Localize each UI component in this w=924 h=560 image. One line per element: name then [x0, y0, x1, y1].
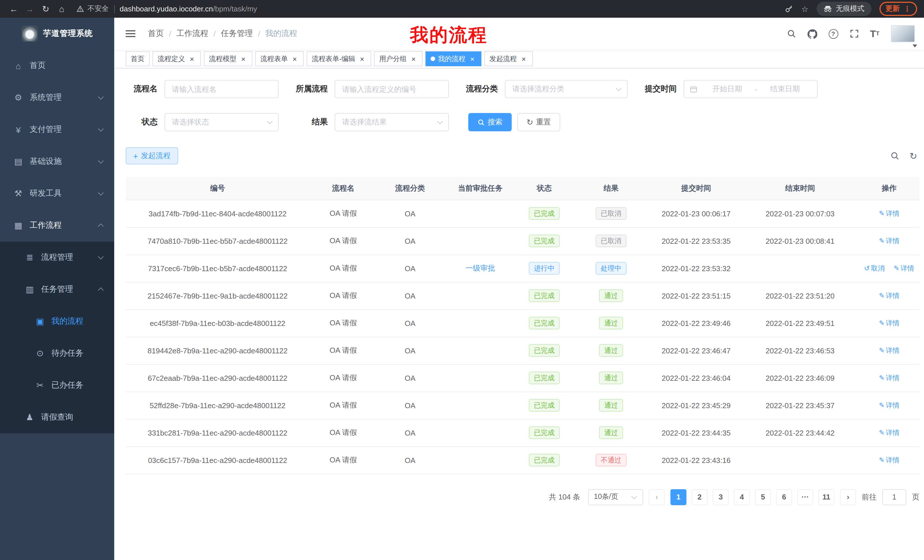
- detail-link[interactable]: ✎详情: [879, 428, 900, 436]
- prev-page-button[interactable]: ‹: [649, 489, 665, 505]
- close-icon[interactable]: ×: [239, 55, 247, 63]
- sidebar-menu-item[interactable]: ⚙ 系统管理: [0, 82, 114, 114]
- page-number-button[interactable]: 4: [734, 489, 750, 505]
- detail-link[interactable]: ✎详情: [879, 237, 900, 245]
- github-icon[interactable]: [807, 29, 817, 39]
- key-icon[interactable]: [784, 4, 793, 13]
- sidebar-menu-item[interactable]: ⊙ 待办任务: [0, 337, 114, 369]
- fullscreen-icon[interactable]: [849, 29, 859, 38]
- detail-link[interactable]: ✎详情: [894, 264, 914, 272]
- column-header[interactable]: 当前审批任务: [443, 177, 518, 200]
- page-size-select[interactable]: 10条/页: [588, 489, 643, 505]
- pagination: 共 104 条 10条/页 ‹ 1 2: [126, 489, 920, 505]
- help-icon[interactable]: ?: [828, 29, 838, 39]
- search-icon[interactable]: [787, 29, 796, 38]
- column-header[interactable]: 流程分类: [377, 177, 443, 200]
- active-dot: [430, 57, 435, 61]
- goto-page-input[interactable]: [882, 489, 906, 505]
- page-number-button[interactable]: 3: [713, 489, 729, 505]
- view-tab[interactable]: 流程模型 ×: [204, 51, 252, 66]
- breadcrumb-item[interactable]: 首页: [148, 28, 164, 39]
- detail-link[interactable]: ✎详情: [879, 291, 900, 299]
- close-icon[interactable]: ×: [468, 55, 476, 63]
- hamburger-icon[interactable]: [123, 28, 138, 39]
- page-number-button[interactable]: 2: [692, 489, 708, 505]
- column-header[interactable]: 状态: [518, 177, 571, 200]
- column-header[interactable]: 操作: [859, 177, 920, 200]
- page-number-button[interactable]: 1: [670, 489, 686, 505]
- page-number-button[interactable]: 11: [818, 489, 834, 505]
- close-icon[interactable]: ×: [520, 55, 528, 63]
- browser-home-icon[interactable]: ⌂: [55, 4, 69, 14]
- browser-menu-icon[interactable]: ⋮: [904, 4, 911, 13]
- column-header[interactable]: 结果: [571, 177, 651, 200]
- sidebar-menu-item[interactable]: ⚒ 研发工具: [0, 178, 114, 210]
- current-task-link[interactable]: 一级审批: [465, 264, 495, 272]
- detail-link[interactable]: ✎详情: [879, 209, 900, 217]
- detail-link[interactable]: ✎详情: [879, 374, 900, 382]
- page-number-button[interactable]: 6: [776, 489, 792, 505]
- sidebar-menu-item[interactable]: ♟ 请假查询: [0, 401, 114, 433]
- result-filter-select[interactable]: 请选择流结果: [334, 113, 449, 131]
- cell-category: OA: [377, 309, 443, 337]
- view-tab[interactable]: 流程表单-编辑 ×: [307, 51, 371, 66]
- breadcrumb-item[interactable]: 我的流程: [265, 28, 297, 39]
- sidebar-menu-item[interactable]: ▣ 我的流程: [0, 305, 114, 337]
- back-icon[interactable]: ←: [7, 4, 21, 14]
- page-number-button[interactable]: 5: [755, 489, 771, 505]
- view-tab[interactable]: 我的流程 ×: [426, 51, 482, 66]
- process-icon: ≣: [23, 252, 36, 263]
- detail-link[interactable]: ✎详情: [879, 456, 900, 464]
- close-icon[interactable]: ×: [358, 55, 366, 63]
- app-logo[interactable]: 芋道管理系统: [0, 18, 114, 49]
- close-icon[interactable]: ×: [188, 55, 196, 63]
- create-process-button[interactable]: + 发起流程: [126, 147, 178, 165]
- bookmark-star-icon[interactable]: ☆: [801, 4, 808, 13]
- view-tab[interactable]: 用户分组 ×: [374, 51, 423, 66]
- column-header[interactable]: 提交时间: [651, 177, 741, 200]
- view-tab[interactable]: 发起流程 ×: [484, 51, 533, 66]
- column-header[interactable]: 编号: [126, 177, 309, 200]
- breadcrumb-item[interactable]: 任务管理: [221, 28, 253, 39]
- page-number-button[interactable]: ···: [797, 489, 813, 505]
- cancel-link[interactable]: ↺取消: [864, 264, 885, 272]
- sidebar-menu-item[interactable]: ▥ 任务管理: [0, 273, 114, 305]
- sidebar-menu-item[interactable]: ¥ 支付管理: [0, 114, 114, 145]
- category-filter-select[interactable]: 请选择流程分类: [505, 80, 628, 98]
- close-icon[interactable]: ×: [291, 55, 298, 63]
- refresh-table-icon[interactable]: ↻: [909, 150, 917, 161]
- status-filter-select[interactable]: 请选择状态: [165, 113, 279, 131]
- forward-icon[interactable]: →: [23, 4, 36, 14]
- view-tab[interactable]: 流程表单 ×: [255, 51, 304, 66]
- sidebar-menu-item[interactable]: ▤ 基础设施: [0, 145, 114, 178]
- detail-link[interactable]: ✎详情: [879, 319, 900, 327]
- submit-time-range-picker[interactable]: 开始日期 - 结束日期: [684, 80, 818, 98]
- view-tab[interactable]: 首页: [126, 51, 150, 66]
- breadcrumb-item[interactable]: 工作流程: [177, 28, 208, 39]
- show-search-icon[interactable]: [890, 151, 899, 160]
- update-button[interactable]: 更新 ⋮: [879, 2, 917, 16]
- sidebar-menu-item[interactable]: ✂ 已办任务: [0, 369, 114, 401]
- process-table: 编号流程名流程分类当前审批任务状态结果提交时间结束时间操作 3ad174fb-7…: [126, 177, 920, 474]
- search-button[interactable]: 搜索: [468, 113, 512, 131]
- reset-button[interactable]: ↻ 重置: [518, 113, 560, 131]
- sidebar-menu-item[interactable]: ⌂ 首页: [0, 49, 114, 82]
- reload-icon[interactable]: ↻: [39, 4, 52, 14]
- sidebar-menu-item[interactable]: ▦ 工作流程: [0, 210, 114, 241]
- column-header[interactable]: 结束时间: [741, 177, 859, 200]
- name-filter-input[interactable]: [165, 80, 279, 98]
- address-bar[interactable]: 不安全 dashboard.yudao.iocoder.cn/bpm/task/…: [76, 4, 782, 14]
- detail-link[interactable]: ✎详情: [879, 401, 900, 409]
- site-security[interactable]: 不安全: [76, 4, 109, 14]
- sidebar-menu: ⌂ 首页 ⚙ 系统管理 ¥ 支付管理: [0, 49, 114, 560]
- definition-filter-input[interactable]: [334, 80, 449, 98]
- column-header[interactable]: 流程名: [309, 177, 377, 200]
- avatar[interactable]: [891, 25, 915, 42]
- cell-end-time: 2022-01-23 00:07:03: [741, 200, 859, 227]
- sidebar-menu-item[interactable]: ≣ 流程管理: [0, 241, 114, 273]
- detail-link[interactable]: ✎详情: [879, 346, 900, 354]
- close-icon[interactable]: ×: [410, 55, 417, 63]
- view-tab[interactable]: 流程定义 ×: [153, 51, 201, 66]
- next-page-button[interactable]: ›: [840, 489, 856, 505]
- font-size-icon[interactable]: TT: [870, 29, 879, 39]
